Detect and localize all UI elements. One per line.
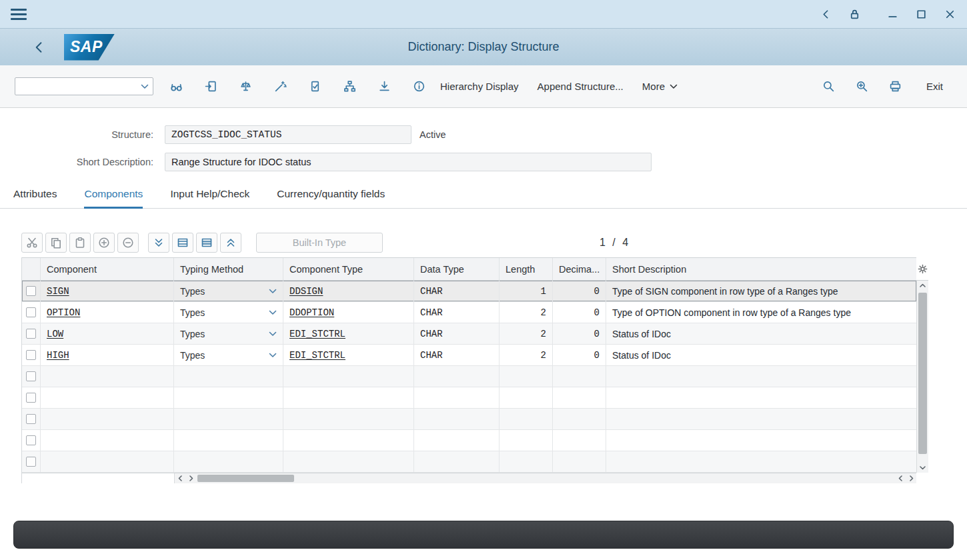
- data-type-cell[interactable]: [414, 366, 500, 387]
- row-checkbox[interactable]: [26, 307, 36, 317]
- length-cell[interactable]: [500, 409, 553, 429]
- close-button[interactable]: [944, 8, 956, 21]
- data-type-cell[interactable]: [414, 451, 500, 472]
- typing-method-dropdown[interactable]: Types: [174, 302, 283, 323]
- row-checkbox[interactable]: [26, 414, 36, 424]
- typing-method-dropdown[interactable]: Types: [174, 323, 283, 344]
- typing-method-cell[interactable]: [174, 409, 283, 429]
- length-cell[interactable]: [500, 451, 553, 472]
- data-type-cell[interactable]: [414, 387, 500, 408]
- typing-method-cell[interactable]: [174, 366, 283, 387]
- append-structure-button[interactable]: Append Structure...: [528, 75, 633, 98]
- row-checkbox[interactable]: [26, 350, 36, 360]
- paste-icon[interactable]: [69, 233, 91, 253]
- maximize-button[interactable]: [915, 8, 928, 21]
- component-link[interactable]: OPTION: [47, 307, 80, 318]
- typing-method-dropdown[interactable]: Types: [174, 281, 283, 301]
- component-type-link[interactable]: DDSIGN: [289, 286, 323, 297]
- component-cell[interactable]: [41, 430, 174, 451]
- search-plus-icon[interactable]: [850, 75, 874, 98]
- component-type-cell[interactable]: [283, 387, 414, 408]
- compare-icon[interactable]: [233, 75, 257, 98]
- scroll-right-end-icon[interactable]: [906, 473, 916, 483]
- component-type-link[interactable]: DDOPTION: [289, 307, 334, 318]
- component-cell[interactable]: [41, 409, 174, 429]
- component-type-cell[interactable]: [283, 409, 414, 429]
- menu-hamburger-icon[interactable]: [11, 9, 27, 20]
- col-header-short-description[interactable]: Short Description: [606, 258, 916, 280]
- row-checkbox[interactable]: [26, 457, 36, 467]
- data-type-cell[interactable]: [414, 430, 500, 451]
- component-type-cell[interactable]: [283, 451, 414, 472]
- command-input[interactable]: [15, 78, 141, 95]
- component-link[interactable]: HIGH: [47, 350, 69, 361]
- select-all-cell[interactable]: [22, 258, 41, 280]
- component-cell[interactable]: [41, 366, 174, 387]
- cut-icon[interactable]: [21, 233, 43, 253]
- search-icon[interactable]: [817, 75, 841, 98]
- tab-currency-quantity-fields[interactable]: Currency/quantity fields: [277, 188, 385, 208]
- copy-icon[interactable]: [45, 233, 67, 253]
- tab-input-help-check[interactable]: Input Help/Check: [170, 188, 249, 208]
- component-type-cell[interactable]: [283, 366, 414, 387]
- decimals-cell[interactable]: [553, 366, 606, 387]
- more-button[interactable]: More: [633, 75, 687, 98]
- short-description-cell[interactable]: [606, 409, 916, 429]
- col-header-decimals[interactable]: Decima...: [553, 258, 606, 280]
- display-change-icon[interactable]: [164, 75, 188, 98]
- component-cell[interactable]: [41, 387, 174, 408]
- component-type-link[interactable]: EDI_STCTRL: [289, 350, 345, 361]
- horizontal-scroll-thumb[interactable]: [197, 475, 294, 482]
- col-header-data-type[interactable]: Data Type: [414, 258, 500, 280]
- add-row-icon[interactable]: [93, 233, 115, 253]
- built-in-type-button[interactable]: Built-In Type: [256, 233, 383, 253]
- row-checkbox[interactable]: [26, 329, 36, 339]
- print-icon[interactable]: [884, 75, 908, 98]
- structure-field[interactable]: ZOGTCSS_IDOC_STATUS: [165, 125, 411, 144]
- chevron-double-down-icon[interactable]: [148, 233, 169, 253]
- length-cell[interactable]: [500, 366, 553, 387]
- component-link[interactable]: SIGN: [47, 286, 69, 297]
- tab-components[interactable]: Components: [84, 188, 143, 208]
- command-field[interactable]: [15, 77, 153, 95]
- component-link[interactable]: LOW: [47, 329, 63, 339]
- short-description-cell[interactable]: [606, 430, 916, 451]
- hierarchy-icon[interactable]: [337, 75, 361, 98]
- typing-method-cell[interactable]: [174, 451, 283, 472]
- decimals-cell[interactable]: [553, 451, 606, 472]
- vertical-scroll-track[interactable]: [917, 291, 928, 463]
- decimals-cell[interactable]: [553, 430, 606, 451]
- component-type-link[interactable]: EDI_STCTRL: [289, 329, 345, 339]
- where-used-icon[interactable]: [372, 75, 396, 98]
- row-checkbox[interactable]: [26, 286, 36, 296]
- activate-icon[interactable]: [268, 75, 292, 98]
- scroll-down-icon[interactable]: [917, 463, 928, 473]
- chevron-double-up-icon[interactable]: [220, 233, 241, 253]
- insert-row-icon[interactable]: [172, 233, 193, 253]
- scroll-left-icon[interactable]: [175, 473, 185, 483]
- component-type-cell[interactable]: [283, 430, 414, 451]
- short-description-cell[interactable]: [606, 387, 916, 408]
- col-header-component[interactable]: Component: [41, 258, 174, 280]
- check-icon[interactable]: [303, 75, 327, 98]
- delete-row-icon[interactable]: [196, 233, 217, 253]
- info-icon[interactable]: [407, 75, 431, 98]
- short-description-cell[interactable]: [606, 366, 916, 387]
- horizontal-scroll-track[interactable]: [196, 473, 895, 483]
- short-description-field[interactable]: Range Structure for IDOC status: [165, 153, 652, 171]
- tab-attributes[interactable]: Attributes: [13, 188, 57, 208]
- row-checkbox[interactable]: [26, 435, 36, 445]
- minimize-button[interactable]: [886, 8, 899, 21]
- nav-back-icon[interactable]: [820, 8, 832, 21]
- transfer-object-icon[interactable]: [199, 75, 223, 98]
- remove-row-icon[interactable]: [117, 233, 139, 253]
- row-checkbox[interactable]: [26, 393, 36, 403]
- component-cell[interactable]: [41, 451, 174, 472]
- col-header-length[interactable]: Length: [500, 258, 553, 280]
- exit-button[interactable]: Exit: [917, 75, 952, 98]
- hierarchy-display-button[interactable]: Hierarchy Display: [431, 75, 528, 98]
- back-chevron-icon[interactable]: [32, 40, 47, 55]
- col-header-component-type[interactable]: Component Type: [283, 258, 414, 280]
- vertical-scroll-thumb[interactable]: [918, 293, 927, 455]
- scroll-left-end-icon[interactable]: [895, 473, 906, 483]
